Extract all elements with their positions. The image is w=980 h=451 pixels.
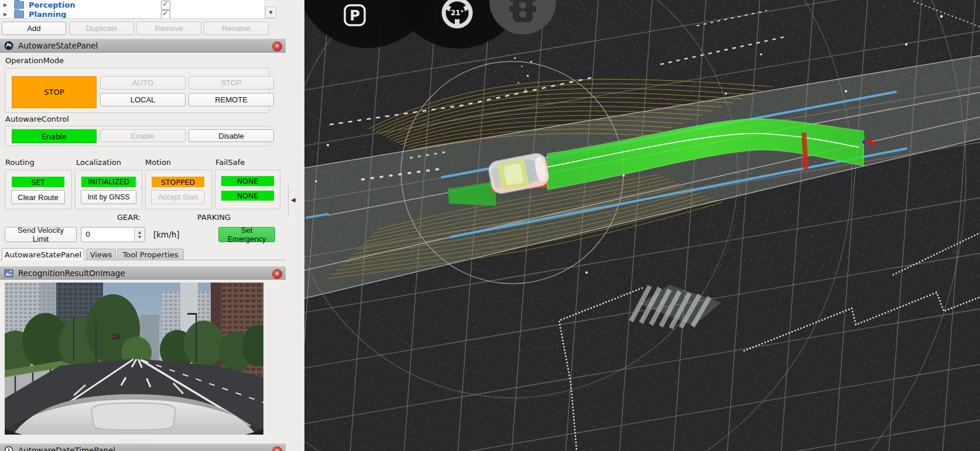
accept-start-button: Accept Start [151,190,205,204]
motion-state: STOPPED [152,177,204,187]
steering-angle-value: 21° [451,9,464,17]
gear-value: PARKING [197,213,231,222]
tree-item-label[interactable]: Planning [29,10,66,19]
remote-button[interactable]: REMOTE [189,93,274,106]
send-velocity-limit-button[interactable]: Send Velocity Limit [5,227,77,242]
tree-item-label[interactable]: Perception [29,1,75,9]
camera-image [5,283,263,435]
localization-label: Localization [76,158,121,167]
tab-autoware-state-panel[interactable]: AutowareStatePanel [2,248,84,260]
state-panel-titlebar[interactable]: AutowareStatePanel ✕ [0,39,286,53]
panel-title: RecognitionResultOnImage [18,268,125,278]
tab-tool-properties[interactable]: Tool Properties [117,249,184,260]
rviz-3d-viewport[interactable]: P 21° [304,0,980,451]
splitter-grip[interactable]: · · · · · · [122,17,153,20]
remove-button: Remove [136,22,201,35]
localization-state: INITIALIZED [81,177,136,187]
velocity-limit-spinbox[interactable]: 0 ▲▼ [81,227,145,242]
spinbox-arrows[interactable]: ▲▼ [134,228,145,242]
control-state: Enable [12,129,97,143]
local-button[interactable]: LOCAL [100,93,186,106]
enable-button: Enable [100,129,186,142]
splitter-grip[interactable]: · · · · · · [122,261,153,265]
gear-overlay-label: P [349,8,360,24]
close-icon[interactable]: ✕ [272,42,282,51]
scroll-down-button[interactable]: ▼ [265,6,276,18]
rename-button: Rename [204,22,269,35]
close-icon[interactable]: ✕ [272,446,282,451]
set-emergency-button[interactable]: Set Emergency [218,227,275,242]
operation-mode-state: STOP [12,76,97,108]
autoware-control-label: AutowareControl [5,115,69,123]
auto-button: AUTO [100,76,186,89]
clear-route-button[interactable]: Clear Route [11,190,65,204]
collapse-arrow-icon[interactable]: ◀ [291,197,296,203]
recognition-panel-titlebar[interactable]: RecognitionResultOnImage ✕ [0,266,286,280]
tab-views[interactable]: Views [86,249,116,260]
mrm-state: NONE [221,176,274,186]
panel-title: AutowareStatePanel [18,41,98,50]
disable-button[interactable]: Disable [189,129,274,142]
folder-icon [14,1,24,9]
autoware-rviz-window: { "displays_tree": { "items": [ {"label"… [0,0,980,451]
gear-label: GEAR: [117,213,141,222]
datetime-panel-titlebar[interactable]: AutowareDateTimePanel ✕ [0,443,286,451]
close-icon[interactable]: ✕ [272,269,282,279]
clock-icon [4,446,13,451]
pane-splitter[interactable] [288,186,289,216]
operation-mode-label: OperationMode [5,56,64,65]
tree-item-perception[interactable]: ▶ Perception [0,0,276,9]
add-button[interactable]: Add [2,22,66,35]
panel-title: AutowareDateTimePanel [18,446,115,451]
velocity-limit-value[interactable]: 0 [85,230,90,239]
expand-arrow-icon[interactable]: ▶ [4,2,9,8]
failsafe-label: FailSafe [215,158,245,167]
image-icon [4,268,13,278]
folder-icon [14,11,24,18]
duplicate-button: Duplicate [69,22,134,35]
autoware-icon [4,41,13,50]
routing-label: Routing [5,158,35,167]
left-dock-area: ▶ Perception ▶ Planning ▼ · · · · · · Ad… [0,0,304,451]
splitter-grip[interactable]: · · · · · · [122,439,153,442]
stop-button: STOP [189,76,274,89]
kmh-unit-label: [km/h] [153,230,180,239]
planning-checkbox[interactable] [161,10,170,19]
motion-label: Motion [145,158,171,167]
init-by-gnss-button[interactable]: Init by GNSS [81,190,136,204]
routing-state: SET [12,177,64,187]
expand-arrow-icon[interactable]: ▶ [4,12,9,17]
mrm-behavior: NONE [221,191,274,201]
